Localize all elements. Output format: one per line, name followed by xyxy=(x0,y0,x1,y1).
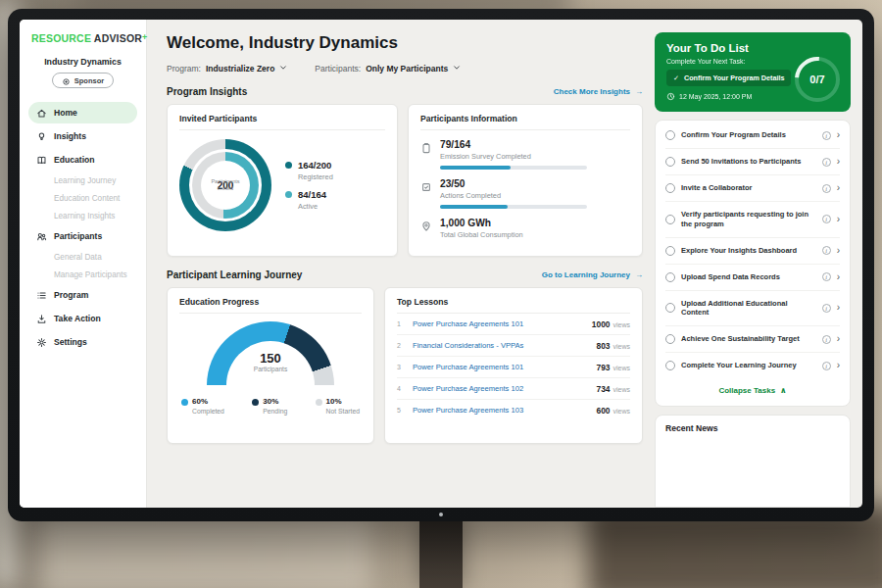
participants-filter-dropdown[interactable]: Participants: Only My Participants xyxy=(315,64,461,74)
participants-filter-value: Only My Participants xyxy=(366,64,448,74)
sidebar-item-education[interactable]: Education xyxy=(28,149,137,171)
lesson-link[interactable]: Power Purchase Agreements 103 xyxy=(413,406,589,415)
task-checkbox[interactable] xyxy=(665,130,675,140)
info-icon[interactable]: i xyxy=(822,272,831,281)
take-action-icon xyxy=(36,314,47,324)
go-to-learning-journey-link[interactable]: Go to Learning Journey → xyxy=(542,270,643,279)
chevron-right-icon[interactable]: › xyxy=(837,157,840,167)
lesson-link[interactable]: Financial Considerations - VPPAs xyxy=(413,341,589,350)
collapse-tasks-link[interactable]: Collapse Tasks ∧ xyxy=(665,378,840,404)
sidebar-item-participants[interactable]: Participants xyxy=(28,225,137,247)
lesson-link[interactable]: Power Purchase Agreements 101 xyxy=(413,363,589,371)
sidebar-item-take-action[interactable]: Take Action xyxy=(28,308,137,329)
sidebar-item-label: Education xyxy=(54,155,95,165)
learning-journey-header: Participant Learning Journey Go to Learn… xyxy=(167,270,643,280)
invited-participants-card: Invited Participants 200 Participants In… xyxy=(167,104,398,257)
emission-progress-bar xyxy=(440,166,587,170)
task-row-upload-educational-content[interactable]: Upload Additional Educational Content i … xyxy=(665,291,840,327)
lesson-link[interactable]: Power Purchase Agreements 102 xyxy=(413,384,589,393)
sidebar-item-program[interactable]: Program xyxy=(28,284,137,306)
task-checkbox[interactable] xyxy=(665,183,675,193)
program-filter-label: Program: xyxy=(167,64,201,74)
actions-progress-bar xyxy=(440,205,587,209)
task-row-upload-spend-data[interactable]: Upload Spend Data Records i › xyxy=(665,265,840,291)
filter-bar: Program: Industrialize Zero Participants… xyxy=(167,64,643,74)
chevron-right-icon[interactable]: › xyxy=(837,130,840,140)
top-lessons-card: Top Lessons 1 Power Purchase Agreements … xyxy=(384,287,643,444)
recent-news-title: Recent News xyxy=(665,423,840,433)
app-logo: RESOURCE ADVISOR+ xyxy=(28,32,137,44)
task-row-explore-insights[interactable]: Explore Your Insights Dashboard i › xyxy=(665,238,840,265)
participants-information-card: Participants Information 79/164 Emission… xyxy=(408,104,643,257)
location-pin-icon xyxy=(420,219,432,230)
todo-panel: Your To Do List Complete Your Next Task:… xyxy=(653,20,862,508)
lesson-row: 5 Power Purchase Agreements 103 600views xyxy=(397,400,630,420)
task-checkbox[interactable] xyxy=(665,361,675,370)
info-icon[interactable]: i xyxy=(822,158,831,167)
task-row-invite-collaborator[interactable]: Invite a Collaborator i › xyxy=(665,175,840,202)
info-icon[interactable]: i xyxy=(822,304,831,313)
chevron-right-icon[interactable]: › xyxy=(837,272,840,282)
task-checkbox[interactable] xyxy=(665,246,675,256)
info-icon[interactable]: i xyxy=(822,215,831,223)
sidebar-item-label: Insights xyxy=(54,131,86,141)
lesson-link[interactable]: Power Purchase Agreements 101 xyxy=(413,319,584,328)
clipboard-icon xyxy=(420,140,432,152)
sidebar-item-label: Participants xyxy=(54,231,102,241)
info-icon[interactable]: i xyxy=(822,131,831,140)
program-list-icon xyxy=(36,290,47,301)
sidebar-item-education-content[interactable]: Education Content xyxy=(28,189,137,207)
chevron-right-icon[interactable]: › xyxy=(837,246,840,256)
invited-participants-donut-chart: 200 Participants Invited xyxy=(179,139,271,231)
insights-cards-row: Invited Participants 200 Participants In… xyxy=(167,104,643,257)
sidebar-item-insights[interactable]: Insights xyxy=(28,125,137,147)
lesson-row: 2 Financial Considerations - VPPAs 803vi… xyxy=(397,335,630,357)
sidebar-item-settings[interactable]: Settings xyxy=(28,331,137,353)
sidebar-item-home[interactable]: Home xyxy=(28,102,137,123)
task-checkbox[interactable] xyxy=(665,334,675,344)
info-icon[interactable]: i xyxy=(822,246,831,255)
chevron-right-icon[interactable]: › xyxy=(837,303,840,313)
chevron-right-icon[interactable]: › xyxy=(837,361,840,370)
info-icon[interactable]: i xyxy=(822,184,831,193)
sidebar-nav: Home Insights Education Learning Journey… xyxy=(28,101,137,354)
gear-icon xyxy=(36,337,47,348)
task-row-confirm-program[interactable]: Confirm Your Program Details i › xyxy=(665,122,840,149)
legend-item-not-started: 10% Not Started xyxy=(316,397,360,415)
chevron-down-icon xyxy=(453,64,461,74)
task-checkbox[interactable] xyxy=(665,215,675,224)
sidebar-item-learning-journey[interactable]: Learning Journey xyxy=(28,172,137,189)
education-icon xyxy=(36,155,47,166)
sponsor-icon xyxy=(62,76,71,85)
participants-icon xyxy=(36,231,47,242)
sidebar-item-manage-participants[interactable]: Manage Participants xyxy=(28,266,137,283)
task-checkbox[interactable] xyxy=(665,157,675,167)
legend-dot xyxy=(252,399,259,406)
todo-progress-value: 0/7 xyxy=(809,74,824,85)
chevron-right-icon[interactable]: › xyxy=(837,215,840,224)
check-more-insights-link[interactable]: Check More Insights → xyxy=(554,87,643,96)
info-icon[interactable]: i xyxy=(822,362,831,370)
task-row-achieve-target[interactable]: Achieve One Sustainability Target i › xyxy=(665,326,840,353)
task-row-verify-participants[interactable]: Verify participants requesting to join t… xyxy=(665,202,840,238)
task-checkbox[interactable] xyxy=(665,272,675,282)
sidebar-item-general-data[interactable]: General Data xyxy=(28,248,137,266)
task-row-complete-learning-journey[interactable]: Complete Your Learning Journey i › xyxy=(665,353,840,378)
legend-dot xyxy=(316,399,322,406)
card-title: Invited Participants xyxy=(179,114,385,130)
section-title: Participant Learning Journey xyxy=(167,270,302,280)
card-title: Top Lessons xyxy=(397,297,630,314)
sidebar-item-learning-insights[interactable]: Learning Insights xyxy=(28,207,137,224)
sidebar: RESOURCE ADVISOR+ Industry Dynamics Spon… xyxy=(20,20,147,508)
sponsor-badge[interactable]: Sponsor xyxy=(52,73,114,88)
info-icon[interactable]: i xyxy=(822,335,831,344)
next-task-chip[interactable]: ✓ Confirm Your Program Details xyxy=(666,70,791,86)
program-filter-dropdown[interactable]: Program: Industrialize Zero xyxy=(167,64,287,74)
sidebar-item-label: Settings xyxy=(54,337,87,347)
task-row-send-invitations[interactable]: Send 50 Invitations to Participants i › xyxy=(665,149,840,175)
chevron-right-icon[interactable]: › xyxy=(837,334,840,344)
chevron-right-icon[interactable]: › xyxy=(837,183,840,193)
insights-icon xyxy=(36,131,47,142)
task-checkbox[interactable] xyxy=(665,303,675,313)
arrow-right-icon: → xyxy=(635,270,643,279)
